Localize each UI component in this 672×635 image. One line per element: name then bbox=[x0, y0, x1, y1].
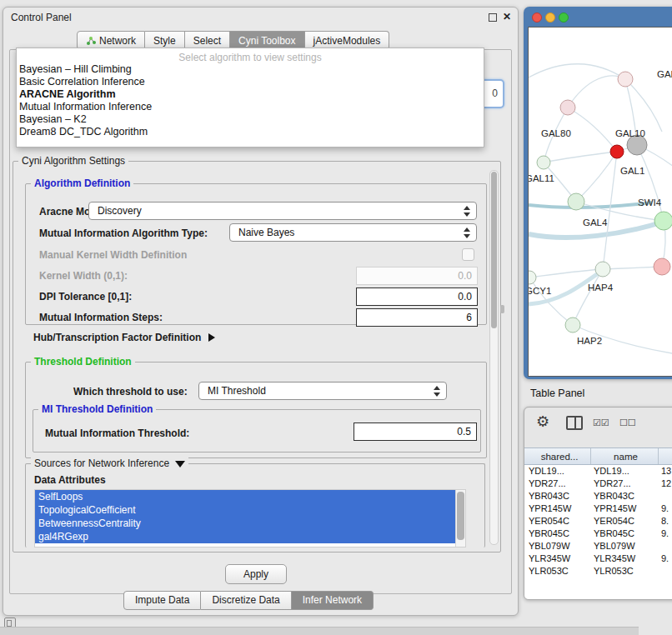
list-scrollbar[interactable] bbox=[455, 490, 465, 547]
which-threshold-combo[interactable]: MI Threshold bbox=[198, 382, 447, 400]
chevron-up-down-icon bbox=[461, 206, 473, 217]
graph-node-label: SWI4 bbox=[638, 198, 662, 208]
graph-node[interactable] bbox=[565, 318, 580, 332]
edge-group bbox=[529, 64, 672, 354]
tab-label: Network bbox=[99, 35, 136, 47]
aracne-mode-combo[interactable]: Discovery bbox=[88, 202, 477, 220]
algorithm-option[interactable]: Dream8 DC_TDC Algorithm bbox=[17, 126, 484, 138]
graph-node[interactable] bbox=[537, 156, 550, 169]
table-cell: YBR045C bbox=[591, 528, 659, 540]
control-panel-window: Control Panel ✕ Network Style Select Cyn… bbox=[3, 7, 519, 616]
mi-type-combo[interactable]: Naive Bayes bbox=[229, 223, 477, 242]
close-traffic-light-icon[interactable] bbox=[532, 12, 542, 22]
window-controls bbox=[532, 12, 569, 22]
algorithm-option[interactable]: Mutual Information Inference bbox=[17, 101, 484, 113]
combo-value: Discovery bbox=[89, 205, 461, 217]
attribute-list-item[interactable]: gal4RGexp bbox=[35, 530, 456, 543]
graph-node[interactable] bbox=[654, 212, 672, 230]
algorithm-option[interactable]: ARACNE Algorithm bbox=[17, 88, 484, 101]
tab-impute-data[interactable]: Impute Data bbox=[123, 591, 201, 610]
table-row[interactable]: YBL079WYBL079W bbox=[524, 540, 672, 552]
scrollbar-thumb[interactable] bbox=[491, 172, 497, 328]
gear-icon[interactable]: ⚙ bbox=[536, 412, 549, 431]
table-cell: 9. bbox=[659, 528, 672, 540]
table-row[interactable]: YLR345WYLR345W9. bbox=[524, 552, 672, 565]
table-column-header[interactable]: name bbox=[591, 448, 659, 464]
hub-definition-toggle[interactable]: Hub/Transcription Factor Definition bbox=[33, 332, 215, 343]
algorithm-option[interactable]: Basic Correlation Inference bbox=[17, 76, 484, 88]
kernel-width-field: 0.0 bbox=[356, 267, 478, 285]
deselect-all-rows-icon[interactable]: ☐☐ bbox=[619, 418, 636, 428]
select-all-rows-icon[interactable]: ☑☑ bbox=[593, 418, 609, 428]
tab-discretize-data[interactable]: Discretize Data bbox=[201, 591, 291, 610]
table-row[interactable]: YBR045CYBR045C9. bbox=[524, 528, 672, 540]
table-cell: YDR27... bbox=[591, 478, 659, 490]
minimize-traffic-light-icon[interactable] bbox=[545, 12, 555, 22]
panel-splitter-handle[interactable] bbox=[500, 305, 504, 313]
table-cell: YBR045C bbox=[524, 528, 591, 540]
table-row[interactable]: YDL19...YDL19...13 bbox=[524, 465, 672, 478]
table-cell: YDL19... bbox=[524, 465, 591, 478]
manual-kernel-checkbox bbox=[462, 248, 474, 261]
attribute-list-item[interactable]: BetweennessCentrality bbox=[35, 517, 456, 530]
close-icon[interactable]: ✕ bbox=[503, 11, 511, 22]
tab-infer-network[interactable]: Infer Network bbox=[292, 591, 374, 610]
network-icon bbox=[86, 36, 96, 46]
settings-scrollbar[interactable] bbox=[489, 170, 499, 545]
table-cell: YLR345W bbox=[591, 552, 659, 565]
attribute-list-item[interactable]: TopologicalCoefficient bbox=[35, 503, 456, 517]
table-cell: YBR043C bbox=[591, 490, 659, 502]
table-cell: YBL079W bbox=[591, 540, 659, 552]
tab-label: Style bbox=[153, 35, 176, 47]
chevron-up-down-icon bbox=[431, 386, 443, 397]
scrollbar-thumb[interactable] bbox=[457, 492, 464, 540]
graph-node[interactable] bbox=[568, 193, 584, 210]
table-column-header[interactable] bbox=[659, 448, 672, 464]
columns-icon[interactable] bbox=[566, 416, 583, 430]
table-cell: YBR043C bbox=[524, 490, 591, 502]
chevron-up-down-icon bbox=[461, 228, 473, 238]
mi-threshold-group: MI Threshold Definition Mutual Informati… bbox=[33, 409, 481, 452]
table-row[interactable]: YLR053CYLR053C bbox=[524, 565, 672, 578]
graph-node[interactable] bbox=[529, 271, 536, 284]
tab-label: Select bbox=[193, 35, 221, 47]
algorithm-option[interactable]: Bayesian – Hill Climbing bbox=[17, 63, 484, 76]
graph-node[interactable] bbox=[610, 145, 624, 158]
table-cell: 13 bbox=[659, 465, 672, 478]
window-title: Control Panel bbox=[11, 12, 72, 23]
graph-node[interactable] bbox=[618, 72, 633, 87]
table-row[interactable]: YBR043CYBR043C bbox=[524, 490, 672, 502]
graph-node-label: GCY1 bbox=[529, 286, 551, 296]
float-window-icon[interactable] bbox=[489, 13, 497, 22]
table-cell: 9. bbox=[659, 502, 672, 515]
network-canvas[interactable]: GAL8GAL80GAL10GAL11GAL1SWI4GAL4GCY1HAP4H… bbox=[528, 27, 672, 377]
table-body: YDL19...YDL19...13YDR27...YDR27...12YBR0… bbox=[524, 465, 672, 599]
dpi-tolerance-field[interactable]: 0.0 bbox=[356, 288, 478, 306]
graph-node[interactable] bbox=[595, 262, 610, 277]
graph-node[interactable] bbox=[560, 100, 575, 115]
table-row[interactable]: YPR145WYPR145W9. bbox=[524, 502, 672, 515]
graph-node[interactable] bbox=[654, 258, 670, 275]
sources-toggle[interactable]: Sources for Network Inference bbox=[31, 458, 188, 469]
apply-button[interactable]: Apply bbox=[225, 564, 287, 584]
graph-node-label: GAL4 bbox=[583, 218, 608, 228]
data-attributes-label: Data Attributes bbox=[34, 474, 106, 486]
zoom-traffic-light-icon[interactable] bbox=[559, 12, 569, 22]
table-column-header[interactable]: shared... bbox=[524, 448, 591, 464]
mi-threshold-field[interactable]: 0.5 bbox=[354, 422, 477, 441]
status-bar bbox=[0, 627, 639, 635]
algorithm-option[interactable]: Bayesian – K2 bbox=[17, 113, 484, 126]
table-panel-title: Table Panel bbox=[530, 388, 584, 399]
table-row[interactable]: YER054CYER054C8. bbox=[524, 515, 672, 528]
table-row[interactable]: YDR27...YDR27...12 bbox=[524, 478, 672, 490]
table-cell: YER054C bbox=[524, 515, 591, 528]
chevron-right-icon bbox=[208, 333, 215, 342]
combo-value: MI Threshold bbox=[199, 385, 431, 397]
edge bbox=[529, 202, 652, 208]
data-attributes-listbox[interactable]: SelfLoopsTopologicalCoefficientBetweenne… bbox=[34, 489, 466, 548]
graph-node-label: HAP4 bbox=[588, 282, 614, 292]
cyni-algorithm-settings-group: Cyni Algorithm Settings Algorithm Defini… bbox=[13, 161, 501, 552]
table-cell: 8. bbox=[659, 515, 672, 528]
attribute-list-item[interactable]: SelfLoops bbox=[35, 490, 456, 503]
mi-steps-field[interactable]: 6 bbox=[356, 308, 478, 327]
